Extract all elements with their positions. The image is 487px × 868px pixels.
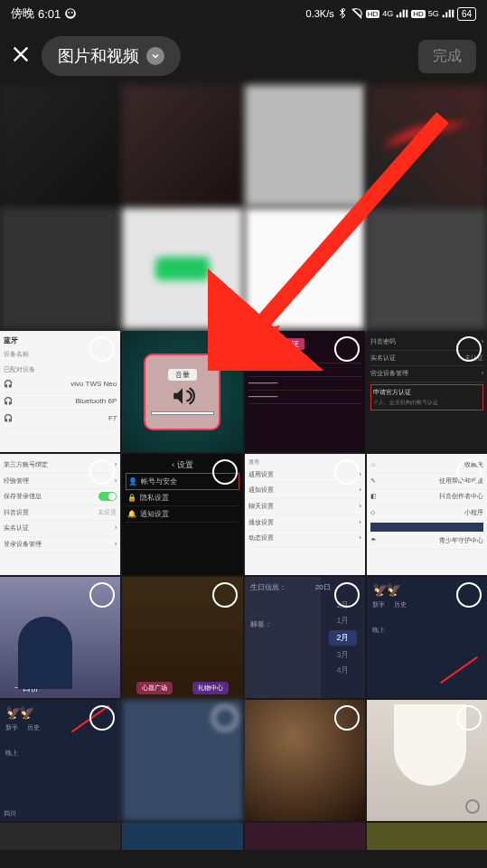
tag-label: 标签：	[250, 619, 316, 629]
media-cell[interactable]: 一口价	[0, 577, 120, 698]
media-cell[interactable]	[245, 823, 365, 850]
month-option: 3月	[336, 649, 349, 661]
done-button[interactable]: 完成	[418, 40, 476, 73]
select-circle[interactable]	[456, 459, 482, 485]
hd-badge-1: HD	[366, 10, 380, 18]
mute-icon	[351, 7, 363, 20]
status-right: 0.3K/s HD 4G HD 5G 64	[306, 7, 476, 21]
close-button[interactable]	[11, 43, 31, 69]
media-cell[interactable]: 第三方账号绑定› 经验管理› 保存登录信息 抖音设置未设置 实名认证› 登录设备…	[0, 454, 120, 575]
select-circle[interactable]	[89, 582, 115, 608]
media-cell[interactable]	[0, 208, 120, 329]
media-cell[interactable]: 生日信息： 标签： 2月 1月 2月 3月 4月 20日	[245, 577, 365, 698]
media-cell[interactable]	[367, 823, 487, 850]
sub-label: 晚上	[372, 626, 482, 635]
list-item: 抖音密码	[370, 336, 396, 348]
svg-point-1	[67, 9, 74, 16]
list-item: 聊天设置	[248, 501, 274, 513]
select-circle[interactable]	[456, 705, 482, 731]
cell-section: 已配对设备	[4, 364, 117, 376]
signal-icon-2	[442, 8, 454, 19]
volume-label: 音量	[168, 369, 197, 381]
close-icon	[11, 44, 31, 64]
list-item: 通用设置	[248, 469, 274, 481]
volume-popup: 音量	[144, 354, 220, 430]
media-cell[interactable]: ‹ 设置 👤 帐号与安全 🔒 隐私设置 🔔 通知设置	[122, 454, 242, 575]
media-cell[interactable]	[367, 208, 487, 329]
month-option: 4月	[336, 665, 349, 676]
list-item: 抖音设置	[4, 507, 29, 519]
auth-box-sub: 个人、企业机构的帐号认证	[373, 398, 481, 408]
media-cell[interactable]	[245, 700, 365, 821]
select-circle[interactable]	[212, 459, 238, 485]
list-item: 营业设备管理	[370, 368, 408, 380]
list-item: 实名认证	[4, 523, 29, 534]
media-cell[interactable]	[122, 823, 242, 850]
list-item: 抖音创作者中心	[439, 491, 483, 503]
speaker-icon	[167, 384, 198, 408]
list-item: 登录设备管理	[4, 539, 42, 551]
select-circle[interactable]	[456, 336, 482, 362]
svg-point-2	[69, 12, 70, 14]
select-circle[interactable]	[212, 582, 238, 608]
foot-label: 四川	[4, 809, 16, 818]
media-cell[interactable]: 抖音密码› 实名认证未认证 营业设备管理› 申请官方认证 个人、企业机构的帐号认…	[367, 331, 487, 452]
media-cell[interactable]	[122, 208, 242, 329]
select-circle[interactable]	[334, 459, 360, 485]
status-time: 6:01	[38, 7, 61, 21]
tab: 新手	[5, 723, 18, 732]
net-5g: 5G	[428, 9, 439, 18]
list-item: 播放设置	[248, 517, 274, 529]
media-cell[interactable]: 🦅🦅 新手 历史 晚上 四川	[0, 700, 120, 821]
media-cell[interactable]	[367, 700, 487, 821]
list-item: 青少年守护中心	[439, 535, 483, 547]
game-btn: 心愿广场	[136, 682, 173, 694]
media-cell[interactable]	[245, 85, 365, 206]
status-left: 傍晚6:01	[11, 5, 77, 22]
date-label: 生日信息：	[250, 582, 316, 592]
list-item: 经验管理	[4, 476, 29, 487]
signal-icon-1	[396, 8, 408, 19]
auth-box-title: 申请官方认证	[373, 387, 481, 399]
select-circle[interactable]	[212, 705, 238, 731]
select-circle[interactable]	[456, 582, 482, 608]
media-cell[interactable]: 通用 通用设置› 通知设置› 聊天设置› 播放设置› 动态设置›	[245, 454, 365, 575]
media-cell[interactable]	[122, 700, 242, 821]
media-cell[interactable]	[245, 208, 365, 329]
media-cell[interactable]	[0, 823, 120, 850]
media-cell[interactable]	[0, 85, 120, 206]
auth-tag: 职业认证	[265, 338, 304, 350]
qq-icon	[64, 7, 77, 20]
net-4g: 4G	[382, 9, 393, 18]
time-prefix: 傍晚	[11, 5, 34, 22]
select-circle[interactable]	[334, 705, 360, 731]
tab: 历史	[27, 723, 40, 732]
media-cell[interactable]: ☆ 收藏夹 ✎ 使用帮助和反馈 ◧ 抖音创作者中心 ◇ 小程序 ☂ 青少年守护中…	[367, 454, 487, 575]
list-item: 小程序	[464, 507, 483, 519]
media-cell[interactable]: 音量	[122, 331, 242, 452]
list-item: 通知设置	[140, 509, 169, 519]
album-dropdown[interactable]: 图片和视频	[42, 36, 181, 76]
media-cell[interactable]	[122, 85, 242, 206]
media-cell[interactable]	[367, 85, 487, 206]
settings-title: 设置	[177, 460, 193, 469]
tab: 新手	[372, 600, 385, 609]
media-cell[interactable]: 职业认证 ━━━━━━━━ ━━━━━━━━ ━━━━━━━━ ━━━━━━━━	[245, 331, 365, 452]
select-circle[interactable]	[334, 582, 360, 608]
hd-badge-2: HD	[411, 10, 426, 18]
media-cell[interactable]: 心愿广场 礼物中心	[122, 577, 242, 698]
list-item: F7	[108, 412, 117, 425]
select-circle[interactable]	[212, 336, 238, 362]
sub-label: 晚上	[5, 749, 115, 758]
select-circle[interactable]	[334, 336, 360, 362]
bluetooth-icon	[337, 8, 348, 19]
media-cell[interactable]: 🦅🦅 新手 历史 晚上	[367, 577, 487, 698]
day-value: 20日	[315, 582, 331, 592]
dropdown-label: 图片和视频	[58, 45, 139, 67]
caption: 一口价	[14, 683, 39, 694]
media-cell[interactable]: 蓝牙 设备名称 已配对设备 🎧vivo TWS Neo 🎧Bluetooth 6…	[0, 331, 120, 452]
chevron-down-icon	[146, 47, 164, 65]
list-item: vivo TWS Neo	[70, 378, 117, 391]
svg-point-3	[71, 12, 73, 14]
battery-indicator: 64	[457, 7, 476, 21]
